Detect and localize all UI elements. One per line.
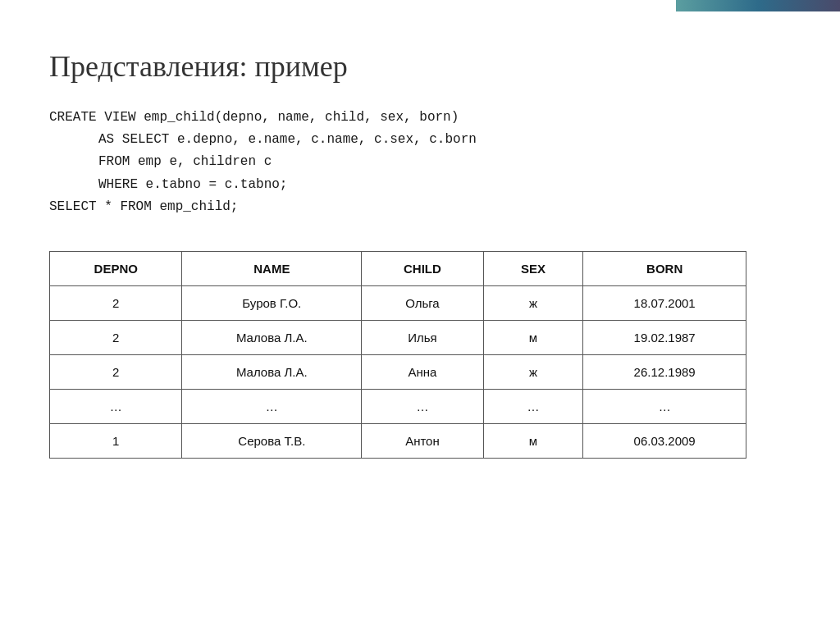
code-line-5: SELECT * FROM emp_child;	[49, 196, 791, 218]
page-title: Представления: пример	[49, 49, 791, 84]
table-row: ……………	[50, 389, 746, 423]
table-row: 2Малова Л.А.Аннаж26.12.1989	[50, 354, 746, 389]
top-bar-decoration	[676, 0, 840, 11]
table-cell-3-4: …	[583, 389, 746, 423]
results-table: DEPNO NAME CHILD SEX BORN 2Буров Г.О.Оль…	[49, 251, 746, 459]
col-header-depno: DEPNO	[50, 251, 182, 285]
col-header-name: NAME	[182, 251, 362, 285]
code-line-1: CREATE VIEW emp_child(depno, name, child…	[49, 107, 791, 129]
code-line-3: FROM emp e, children c	[49, 151, 791, 173]
table-cell-0-2: Ольга	[362, 285, 484, 320]
table-cell-4-3: м	[483, 423, 583, 458]
table-cell-0-3: ж	[483, 285, 583, 320]
table-cell-3-2: …	[362, 389, 484, 423]
table-cell-4-1: Серова Т.В.	[182, 423, 362, 458]
table-row: 2Малова Л.А.Ильям19.02.1987	[50, 320, 746, 354]
col-header-sex: SEX	[483, 251, 583, 285]
table-cell-4-0: 1	[50, 423, 182, 458]
code-block: CREATE VIEW emp_child(depno, name, child…	[49, 107, 791, 218]
table-cell-2-2: Анна	[362, 354, 484, 389]
table-cell-3-1: …	[182, 389, 362, 423]
table-cell-2-0: 2	[50, 354, 182, 389]
table-cell-1-2: Илья	[362, 320, 484, 354]
table-cell-1-0: 2	[50, 320, 182, 354]
code-line-2: AS SELECT e.depno, e.name, c.name, c.sex…	[49, 129, 791, 151]
table-row: 1Серова Т.В.Антонм06.03.2009	[50, 423, 746, 458]
table-cell-1-1: Малова Л.А.	[182, 320, 362, 354]
table-row: 2Буров Г.О.Ольгаж18.07.2001	[50, 285, 746, 320]
table-cell-2-3: ж	[483, 354, 583, 389]
table-cell-0-1: Буров Г.О.	[182, 285, 362, 320]
table-cell-2-1: Малова Л.А.	[182, 354, 362, 389]
table-cell-0-0: 2	[50, 285, 182, 320]
table-header-row: DEPNO NAME CHILD SEX BORN	[50, 251, 746, 285]
results-table-container: DEPNO NAME CHILD SEX BORN 2Буров Г.О.Оль…	[49, 251, 791, 459]
table-cell-2-4: 26.12.1989	[583, 354, 746, 389]
col-header-child: CHILD	[362, 251, 484, 285]
code-line-4: WHERE e.tabno = c.tabno;	[49, 174, 791, 196]
table-cell-1-3: м	[483, 320, 583, 354]
table-cell-4-2: Антон	[362, 423, 484, 458]
table-cell-4-4: 06.03.2009	[583, 423, 746, 458]
table-cell-1-4: 19.02.1987	[583, 320, 746, 354]
col-header-born: BORN	[583, 251, 746, 285]
table-cell-3-0: …	[50, 389, 182, 423]
table-cell-0-4: 18.07.2001	[583, 285, 746, 320]
table-cell-3-3: …	[483, 389, 583, 423]
